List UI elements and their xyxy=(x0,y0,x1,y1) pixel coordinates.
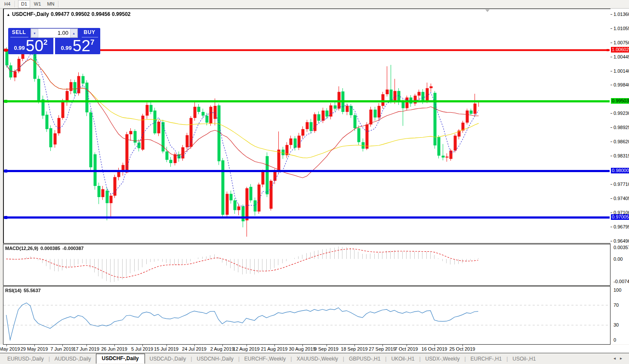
price-tick-dash xyxy=(610,57,612,57)
ohlc-close: 0.99502 xyxy=(112,11,130,17)
price-axis[interactable]: 1.013601.010551.007501.004451.001400.998… xyxy=(610,9,629,344)
tab-usdcad-daily[interactable]: USDCAD-,Daily xyxy=(145,355,191,363)
price-tick-dash xyxy=(610,28,612,29)
tab-ukoil-h1[interactable]: UKOil-,H1 xyxy=(386,355,419,363)
chart-tabs-bar: EURUSD-,Daily|AUDUSD-,DailyUSDCHF-,Daily… xyxy=(0,353,629,364)
toolbar-separator xyxy=(58,1,59,7)
buy-price-display[interactable]: 0.99 52 7 xyxy=(55,37,100,54)
rsi-axis-label: 0 xyxy=(614,337,616,342)
tab-scroll-arrows[interactable]: ◂▸ xyxy=(614,356,626,361)
price-level-tag: 0.97005 xyxy=(611,214,629,220)
macd-panel: MACD(12,26,9)0.000385-0.000387 xyxy=(3,244,610,286)
macd-axis-label: -0.00749 xyxy=(614,279,629,284)
rsi-label: RSI(14)55.5637 xyxy=(5,288,43,293)
macd-canvas[interactable] xyxy=(3,244,609,284)
price-tick-dash xyxy=(610,184,612,185)
price-tick-label: 1.00445 xyxy=(614,54,629,59)
price-tick-dash xyxy=(610,14,612,15)
date-label: 25 Oct 2019 xyxy=(445,346,480,352)
sell-button[interactable]: SELL xyxy=(8,28,30,37)
rsi-panel: RSI(14)55.5637 xyxy=(3,286,610,345)
mt4-window: H4D1W1MN ▲USDCHF-,Daily0.994770.995020.9… xyxy=(0,0,629,364)
tab-eurusd-daily[interactable]: EURUSD-,Daily xyxy=(3,355,49,363)
timeframe-toolbar: H4D1W1MN xyxy=(0,0,629,9)
chart-tabs: EURUSD-,Daily|AUDUSD-,DailyUSDCHF-,Daily… xyxy=(3,355,540,364)
price-level-tag: 0.98000 xyxy=(611,168,629,173)
buy-button[interactable]: BUY xyxy=(79,28,100,37)
price-level-tag: 1.00602 xyxy=(611,47,629,52)
price-level-tag: 0.99503 xyxy=(611,98,629,104)
macd-label: MACD(12,26,9)0.000385-0.000387 xyxy=(5,246,86,251)
tab-audusd-daily[interactable]: AUDUSD-,Daily xyxy=(50,355,96,363)
sell-price-prefix: 0.99 xyxy=(14,45,25,51)
rsi-axis-label: 100 xyxy=(614,287,621,293)
price-tick-label: 0.97710 xyxy=(614,182,629,187)
price-chart-panel: ▲USDCHF-,Daily0.994770.995020.994560.995… xyxy=(3,9,611,244)
volume-control: ▼ ▲ xyxy=(31,28,78,38)
price-tick-dash xyxy=(610,85,612,85)
price-tick-dash xyxy=(610,113,612,114)
macd-value-signal: -0.000387 xyxy=(62,246,84,251)
timeframe-button-w1[interactable]: W1 xyxy=(31,0,43,8)
rsi-axis-label: 70 xyxy=(614,302,619,308)
timeframe-button-d1[interactable]: D1 xyxy=(18,0,30,8)
macd-axis-label: 0.00 xyxy=(614,256,623,262)
price-tick-label: 0.97405 xyxy=(614,196,629,201)
tab-eurchf-weekly[interactable]: EURCHF-,Weekly xyxy=(240,355,290,363)
price-tick-label: 0.99840 xyxy=(614,82,629,87)
sell-price-display[interactable]: 0.99 50 2 xyxy=(8,37,53,54)
tab-eurchf-h1[interactable]: EURCHF-,H1 xyxy=(466,355,507,363)
volume-increase-button[interactable]: ▲ xyxy=(70,29,77,37)
ohlc-open: 0.99477 xyxy=(51,11,69,17)
ohlc-high: 0.99502 xyxy=(71,11,89,17)
price-tick-dash xyxy=(610,198,612,199)
timeframe-button-h4[interactable]: H4 xyxy=(1,0,13,8)
tab-scroll-right-icon[interactable]: ▸ xyxy=(620,356,626,361)
rsi-value: 55.5637 xyxy=(24,288,41,293)
price-tick-dash xyxy=(610,71,612,71)
price-tick-label: 1.00750 xyxy=(614,40,629,45)
chart-shift-marker[interactable] xyxy=(485,9,490,12)
sell-price-sup: 2 xyxy=(43,38,47,47)
price-tick-dash xyxy=(610,213,612,213)
toolbar-separator xyxy=(15,1,15,7)
tab-gbpusd-h1[interactable]: GBPUSD-,H1 xyxy=(344,355,385,363)
price-tick-label: 0.99230 xyxy=(614,111,629,116)
price-tick-dash xyxy=(610,227,612,227)
date-axis[interactable]: 20 May 201929 May 20197 Jun 201917 Jun 2… xyxy=(0,345,629,353)
price-tick-label: 0.96795 xyxy=(614,224,629,229)
macd-axis-label: 0.003574 xyxy=(614,245,629,250)
tab-scroll-left-icon[interactable]: ◂ xyxy=(614,356,620,361)
one-click-trading-widget: SELL BUY ▼ ▲ 0.99 50 2 0.99 52 7 xyxy=(8,28,100,54)
price-panel-divider xyxy=(53,37,55,54)
price-tick-label: 0.98315 xyxy=(614,153,629,158)
tab-usdchf-daily[interactable]: USDCHF-,Daily xyxy=(96,354,145,364)
tab-usdcnh-daily[interactable]: USDCNH-,Daily xyxy=(192,355,238,363)
ohlc-low: 0.99456 xyxy=(92,11,110,17)
price-tick-label: 1.00140 xyxy=(614,68,629,74)
price-tick-label: 1.01360 xyxy=(614,12,629,17)
collapse-arrow-icon[interactable]: ▲ xyxy=(6,12,10,17)
volume-input[interactable] xyxy=(38,29,70,37)
price-tick-dash xyxy=(610,127,612,128)
rsi-canvas[interactable] xyxy=(3,287,609,343)
tab-xauusd-weekly[interactable]: XAUUSD-,Weekly xyxy=(292,355,342,363)
price-tick-dash xyxy=(610,142,612,142)
price-tick-label: 0.98925 xyxy=(614,125,629,130)
price-tick-label: 0.96490 xyxy=(614,238,629,244)
macd-value-main: 0.000385 xyxy=(40,246,60,251)
buy-price-big: 52 xyxy=(73,37,90,54)
tab-usoil-h1[interactable]: USOil-,H1 xyxy=(508,355,540,363)
timeframe-button-mn[interactable]: MN xyxy=(45,0,57,8)
price-tick-dash xyxy=(610,241,612,241)
price-tick-dash xyxy=(610,43,612,43)
macd-name: MACD(12,26,9) xyxy=(5,246,38,251)
price-tick-dash xyxy=(610,156,612,156)
buy-price-sup: 7 xyxy=(90,38,94,47)
volume-decrease-button[interactable]: ▼ xyxy=(31,29,38,37)
price-tick-label: 1.01055 xyxy=(614,26,629,31)
symbol-name: USDCHF-,Daily xyxy=(12,11,49,17)
chart-title: ▲USDCHF-,Daily0.994770.995020.994560.995… xyxy=(6,11,133,17)
tab-usdx-weekly[interactable]: USDX-,Weekly xyxy=(421,355,465,363)
rsi-name: RSI(14) xyxy=(5,288,22,293)
